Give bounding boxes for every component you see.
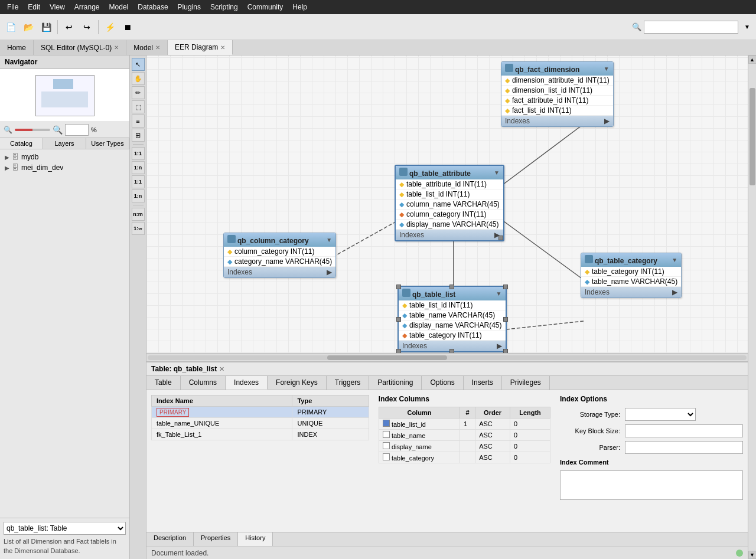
stop-button[interactable]: ⏹ xyxy=(119,19,136,35)
menu-edit[interactable]: Edit xyxy=(23,2,45,12)
tool-rel1n[interactable]: 1:n xyxy=(132,161,145,174)
tab-home[interactable]: Home xyxy=(0,40,34,55)
schema-mei-dim-dev[interactable]: ▶ 🗄 mei_dim_dev xyxy=(2,162,127,173)
resize-bl[interactable] xyxy=(396,349,401,353)
resize-mb[interactable] xyxy=(449,349,454,353)
resize-ml[interactable] xyxy=(396,317,401,322)
index-row-primary[interactable]: PRIMARY PRIMARY xyxy=(152,407,369,418)
icol-check-2[interactable] xyxy=(383,431,390,438)
tab-model[interactable]: Model ✕ xyxy=(126,40,168,55)
table-qb-table-list[interactable]: qb_table_list ▼ ◆ table_list_id INT(11) … xyxy=(397,286,507,352)
search-options-button[interactable]: ▼ xyxy=(741,21,754,34)
table-expand-arrow[interactable]: ▼ xyxy=(604,66,610,72)
execute-button[interactable]: ⚡ xyxy=(102,19,118,35)
scroll-thumb[interactable] xyxy=(750,88,755,185)
menu-plugins[interactable]: Plugins xyxy=(173,2,206,12)
table-expand-arrow3[interactable]: ▼ xyxy=(326,237,332,243)
zoom-slider[interactable] xyxy=(15,129,50,131)
resize-br[interactable] xyxy=(503,349,508,353)
catalog-tab-usertypes[interactable]: User Types xyxy=(86,138,129,149)
tool-frame[interactable]: ⬚ xyxy=(132,100,145,113)
btab-partitioning[interactable]: Partitioning xyxy=(369,376,422,390)
menu-view[interactable]: View xyxy=(45,2,70,12)
table-footer-qb-table-attribute[interactable]: Indexes ▶ xyxy=(396,230,503,240)
index-comment-textarea[interactable] xyxy=(560,470,743,500)
parser-input[interactable] xyxy=(625,441,743,454)
zoom-out-icon[interactable]: 🔍 xyxy=(4,126,12,134)
resize-tl[interactable] xyxy=(396,285,401,289)
save-button[interactable]: 💾 xyxy=(38,19,54,35)
menu-file[interactable]: File xyxy=(2,2,23,12)
stab-description[interactable]: Description xyxy=(146,532,194,546)
new-button[interactable]: 📄 xyxy=(2,19,19,35)
menu-model[interactable]: Model xyxy=(105,2,133,12)
table-tab-close-btn[interactable]: ✕ xyxy=(219,365,224,373)
resize-handle-attr[interactable] xyxy=(498,236,503,240)
menu-community[interactable]: Community xyxy=(243,2,288,12)
table-expand-arrow5[interactable]: ▼ xyxy=(672,257,677,263)
tab-close-sql[interactable]: ✕ xyxy=(114,44,119,51)
search-input[interactable] xyxy=(644,21,738,34)
tool-rel1nb[interactable]: 1:n xyxy=(132,189,145,202)
scrollbar-h-thumb[interactable] xyxy=(327,355,447,360)
tool-rel11b[interactable]: 1:1 xyxy=(132,175,145,188)
resize-tr[interactable] xyxy=(503,285,508,289)
menu-scripting[interactable]: Scripting xyxy=(206,2,243,12)
tab-eer-diagram[interactable]: EER Diagram ✕ xyxy=(168,40,233,55)
table-qb-fact-dimension[interactable]: qb_fact_dimension ▼ ◆ dimension_attribut… xyxy=(501,61,614,127)
icol-check-1[interactable] xyxy=(383,420,390,427)
tool-pan[interactable]: ✋ xyxy=(132,72,145,85)
scroll-track[interactable] xyxy=(748,64,757,551)
btab-inserts[interactable]: Inserts xyxy=(464,376,502,390)
object-dropdown[interactable]: qb_table_list: Table xyxy=(4,522,126,535)
menu-database[interactable]: Database xyxy=(133,2,172,12)
tool-select[interactable]: ↖ xyxy=(132,58,145,71)
tab-close-eer[interactable]: ✕ xyxy=(220,44,225,51)
icol-check-4[interactable] xyxy=(383,453,390,460)
tool-note[interactable]: ≡ xyxy=(132,115,145,128)
table-footer-qb-table-category[interactable]: Indexes ▶ xyxy=(581,287,681,298)
tool-pencil[interactable]: ✏ xyxy=(132,86,145,99)
table-expand-arrow4[interactable]: ▼ xyxy=(496,290,502,297)
zoom-input[interactable]: 100 xyxy=(65,124,89,136)
btab-foreign-keys[interactable]: Foreign Keys xyxy=(268,376,327,390)
tool-rel11[interactable]: 1:1 xyxy=(132,147,145,160)
canvas-scrollbar-h[interactable] xyxy=(146,353,748,361)
menu-arrange[interactable]: Arrange xyxy=(70,2,105,12)
stab-properties[interactable]: Properties xyxy=(194,532,238,546)
stab-history[interactable]: History xyxy=(238,532,273,546)
btab-columns[interactable]: Columns xyxy=(181,376,226,390)
schema-mydb[interactable]: ▶ 🗄 mydb xyxy=(2,152,127,162)
zoom-in-icon[interactable]: 🔍 xyxy=(53,125,63,135)
btab-options[interactable]: Options xyxy=(422,376,463,390)
tool-relother[interactable]: 1:∞ xyxy=(132,222,145,235)
table-footer-qb-fact-dimension[interactable]: Indexes ▶ xyxy=(501,116,613,126)
eer-canvas[interactable]: qb_fact_dimension ▼ ◆ dimension_attribut… xyxy=(146,55,748,353)
scroll-down-arrow[interactable]: ▼ xyxy=(748,551,757,559)
undo-button[interactable]: ↩ xyxy=(61,19,77,35)
tool-layer[interactable]: ⊞ xyxy=(132,129,145,142)
catalog-tab-catalog[interactable]: Catalog xyxy=(0,138,43,149)
menu-help[interactable]: Help xyxy=(288,2,312,12)
btab-privileges[interactable]: Privileges xyxy=(502,376,550,390)
icol-check-3[interactable] xyxy=(383,442,390,449)
table-qb-column-category[interactable]: qb_column_category ▼ ◆ column_category I… xyxy=(223,233,336,278)
table-footer-qb-column-category[interactable]: Indexes ▶ xyxy=(224,267,335,277)
storage-type-select[interactable] xyxy=(625,408,696,421)
resize-mt[interactable] xyxy=(449,285,454,289)
table-qb-table-category[interactable]: qb_table_category ▼ ◆ table_category INT… xyxy=(581,253,682,298)
tab-close-model[interactable]: ✕ xyxy=(155,44,160,51)
table-qb-table-attribute[interactable]: qb_table_attribute ▼ ◆ table_attribute_i… xyxy=(395,165,504,241)
scrollbar-h-track[interactable] xyxy=(148,355,747,360)
resize-mr[interactable] xyxy=(503,317,508,322)
tool-relnm[interactable]: n:m xyxy=(132,208,145,221)
btab-triggers[interactable]: Triggers xyxy=(327,376,370,390)
scroll-up-arrow[interactable]: ▲ xyxy=(748,55,757,64)
open-button[interactable]: 📂 xyxy=(20,19,37,35)
table-expand-arrow2[interactable]: ▼ xyxy=(494,169,500,176)
btab-table[interactable]: Table xyxy=(146,376,181,390)
catalog-tab-layers[interactable]: Layers xyxy=(43,138,86,149)
index-row-fk[interactable]: fk_Table_List_1 INDEX xyxy=(152,429,369,440)
index-row-unique[interactable]: table_name_UNIQUE UNIQUE xyxy=(152,418,369,429)
redo-button[interactable]: ↪ xyxy=(79,19,95,35)
